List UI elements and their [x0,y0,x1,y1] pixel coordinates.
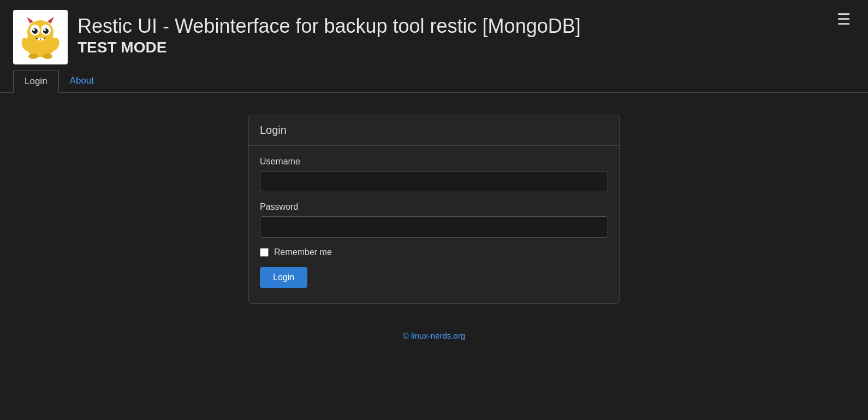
app-footer: © linux-nerds.org [0,315,868,351]
tabs: Login About [13,70,855,92]
password-input[interactable] [260,216,608,238]
login-card-body: Username Password Remember me Login [249,146,619,303]
tab-about-label: About [70,75,94,86]
svg-rect-10 [38,38,40,40]
login-button[interactable]: Login [260,267,307,288]
copyright-text: © linux-nerds.org [403,331,465,340]
remember-me-label[interactable]: Remember me [274,247,332,257]
svg-point-6 [33,29,35,31]
svg-point-13 [43,54,52,59]
header-left: Restic UI - Webinterface for backup tool… [13,10,581,64]
logo-icon [16,13,65,62]
tab-about[interactable]: About [59,70,105,92]
username-label: Username [260,157,608,167]
svg-point-12 [28,54,38,59]
svg-point-7 [44,29,46,31]
app-logo [13,10,68,64]
main-content: Login Username Password Remember me Logi… [0,93,868,315]
app-title: Restic UI - Webinterface for backup tool… [78,14,581,38]
remember-me-checkbox[interactable] [260,248,269,257]
login-card-title: Login [249,115,619,146]
app-header: Restic UI - Webinterface for backup tool… [0,0,868,70]
tabs-container: Login About [0,70,868,93]
hamburger-menu-button[interactable]: ☰ [833,10,855,29]
svg-point-5 [43,28,49,34]
password-label: Password [260,202,608,212]
tab-login[interactable]: Login [13,70,59,93]
username-input[interactable] [260,171,608,192]
username-group: Username [260,157,608,192]
svg-rect-11 [41,38,44,40]
login-card: Login Username Password Remember me Logi… [248,115,620,304]
svg-marker-9 [47,17,54,23]
app-subtitle: TEST MODE [78,39,581,56]
svg-point-4 [32,28,38,34]
remember-group: Remember me [260,247,608,257]
svg-marker-8 [27,17,33,23]
header-title-block: Restic UI - Webinterface for backup tool… [78,10,581,56]
tab-login-label: Login [25,76,47,86]
password-group: Password [260,202,608,238]
